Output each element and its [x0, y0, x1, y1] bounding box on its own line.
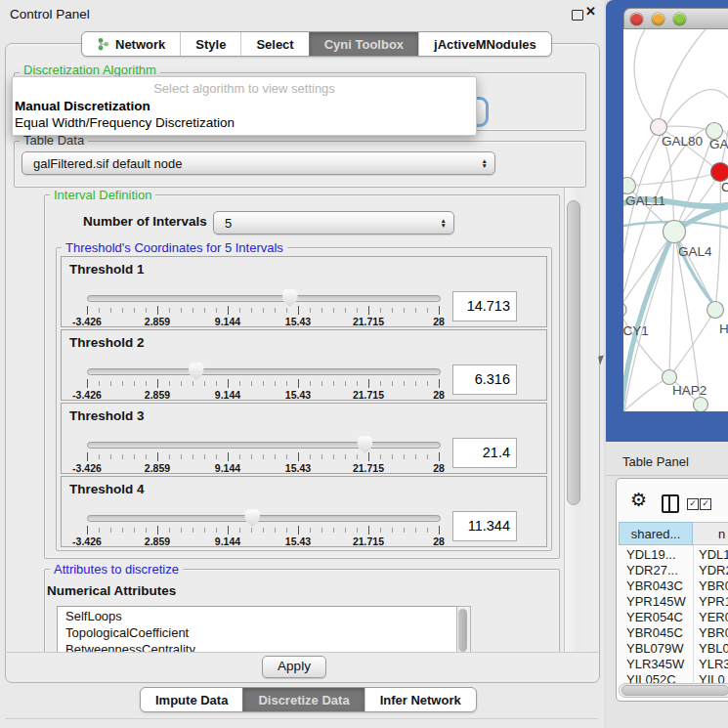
scrollbar-thumb[interactable]	[458, 609, 467, 652]
tab-select[interactable]: Select	[240, 32, 308, 56]
tab-label: Discretize Data	[258, 693, 349, 707]
threshold-slider-track[interactable]	[87, 442, 441, 449]
threshold-value-input[interactable]: 6.316	[452, 364, 517, 395]
threshold-slider-thumb[interactable]	[282, 289, 298, 307]
close-icon[interactable]: ✕	[585, 4, 596, 19]
settings-vertical-scrollbar[interactable]	[564, 188, 582, 653]
slider-ticks	[87, 526, 440, 535]
network-node[interactable]	[651, 119, 667, 136]
table-data-combobox[interactable]: galFiltered.sif default node ▲▼	[21, 151, 495, 175]
network-node[interactable]	[664, 221, 686, 243]
table-row[interactable]: YBL079WYBL0	[617, 641, 728, 657]
threshold-label: Threshold 1	[69, 262, 145, 277]
major-tick	[157, 526, 158, 535]
tick-label: 2.859	[145, 462, 170, 474]
split-table-icon[interactable]	[662, 494, 679, 513]
minor-ticks	[87, 528, 440, 533]
tick-label: -3.426	[72, 316, 102, 327]
table-panel-separator	[606, 475, 728, 476]
zoom-button[interactable]	[673, 13, 686, 25]
algorithm-prompt: Select algorithm to view settings	[13, 77, 476, 98]
major-tick	[368, 306, 369, 315]
attributes-group-title: Attributes to discretize	[50, 562, 183, 577]
table-row[interactable]: YBR045CYBR0	[617, 625, 728, 641]
column-header-shared-name[interactable]: shared...	[619, 522, 693, 545]
gear-icon[interactable]: ⚙	[630, 491, 647, 509]
tab-jactivemnodules[interactable]: jActiveMNodules	[418, 32, 551, 56]
tab-cyni-toolbox[interactable]: Cyni Toolbox	[309, 32, 418, 56]
threshold-slider-thumb[interactable]	[244, 509, 260, 527]
network-node-label: C	[721, 180, 728, 194]
tab-discretize-data[interactable]: Discretize Data	[242, 688, 364, 711]
network-canvas[interactable]: GAL80GACGAL11GAL4GCY1HHAP2	[623, 29, 728, 411]
network-node[interactable]	[623, 178, 636, 194]
attribute-list-item[interactable]: TopologicalCoefficient	[65, 625, 189, 641]
minor-ticks	[87, 381, 440, 386]
tab-label: Infer Network	[380, 693, 461, 707]
popup-item-equal-width-frequency[interactable]: Equal Width/Frequency Discretization	[13, 114, 476, 131]
popup-item-manual-discretization[interactable]: Manual Discretization	[13, 98, 476, 114]
table-row[interactable]: YDL19...YDL1	[617, 547, 728, 563]
attribute-list-item[interactable]: SelfLoops	[65, 609, 122, 624]
numerical-attributes-list[interactable]: SelfLoopsTopologicalCoefficientBetweenne…	[57, 606, 471, 653]
network-node-label: HAP2	[672, 383, 707, 398]
minimize-button[interactable]	[652, 13, 664, 25]
tab-impute-data[interactable]: Impute Data	[141, 688, 242, 711]
table-horizontal-scrollbar[interactable]	[619, 683, 728, 698]
threshold-value-input[interactable]: 21.4	[452, 438, 517, 468]
threshold-panel: Threshold 3 -3.4262.8599.14415.4321.7152…	[61, 403, 547, 474]
number-of-intervals-value: 5	[225, 212, 232, 234]
cell-name: YLR3	[699, 657, 728, 671]
slider-ticks	[87, 379, 440, 388]
threshold-value-input[interactable]: 11.344	[452, 511, 517, 541]
network-node[interactable]	[623, 302, 626, 318]
tick-label: -3.426	[72, 535, 102, 547]
float-window-icon[interactable]	[572, 10, 583, 21]
threshold-slider-track[interactable]	[87, 515, 441, 522]
checkbox-icon[interactable]: ✓	[687, 498, 699, 510]
close-button[interactable]	[630, 13, 643, 25]
major-tick	[298, 452, 299, 461]
table-row[interactable]: YDR27...YDR2	[617, 563, 728, 578]
network-node-label: GAL4	[678, 244, 712, 259]
threshold-slider-thumb[interactable]	[189, 363, 204, 380]
tab-label: jActiveMNodules	[434, 37, 536, 52]
threshold-panel: Threshold 4 -3.4262.8599.14415.4321.7152…	[61, 476, 547, 547]
slider-tick-labels: -3.4262.8599.14415.4321.71528	[87, 389, 440, 401]
attributes-list-scrollbar[interactable]	[456, 606, 471, 653]
table-row[interactable]: YBR043CYBR0	[617, 578, 728, 594]
scrollbar-thumb[interactable]	[621, 685, 728, 696]
major-tick	[157, 306, 158, 315]
threshold-slider-track[interactable]	[87, 368, 441, 375]
tick-label: 28	[433, 462, 445, 474]
network-view-window[interactable]: GAL80GACGAL11GAL4GCY1HHAP2	[606, 0, 728, 442]
tab-style[interactable]: Style	[180, 32, 240, 56]
tab-label: Impute Data	[155, 693, 228, 707]
network-node[interactable]	[711, 163, 728, 182]
threshold-value-input[interactable]: 14.713	[452, 291, 517, 321]
tick-label: 21.715	[353, 389, 384, 401]
cell-shared-name: YPR145W	[626, 594, 686, 609]
screen: Control Panel ✕ NetworkStyleSelectCyni T…	[0, 0, 728, 728]
table-row[interactable]: YPR145WYPR1	[617, 594, 728, 610]
major-tick	[228, 526, 229, 535]
tick-label: 9.144	[215, 535, 240, 547]
major-tick	[298, 306, 299, 315]
major-tick	[368, 526, 369, 535]
threshold-slider-track[interactable]	[87, 295, 441, 302]
table-row[interactable]: YLR345WYLR3	[617, 657, 728, 672]
apply-button[interactable]: Apply	[262, 656, 326, 678]
network-node-label: H	[719, 321, 728, 336]
checkbox-icon[interactable]: ✓	[700, 498, 711, 510]
threshold-slider-thumb[interactable]	[357, 436, 372, 453]
tab-infer-network[interactable]: Infer Network	[364, 688, 476, 711]
scrollbar-thumb[interactable]	[567, 200, 580, 505]
column-header-name[interactable]: n	[693, 522, 728, 545]
network-window-titlebar[interactable]	[623, 8, 728, 29]
tab-network[interactable]: Network	[82, 32, 180, 56]
slider-tick-labels: -3.4262.8599.14415.4321.71528	[87, 316, 440, 327]
network-node[interactable]	[707, 302, 724, 319]
network-node[interactable]	[694, 398, 708, 412]
number-of-intervals-combobox[interactable]: 5 ▲▼	[213, 211, 454, 235]
table-row[interactable]: YER054CYER0	[617, 610, 728, 625]
